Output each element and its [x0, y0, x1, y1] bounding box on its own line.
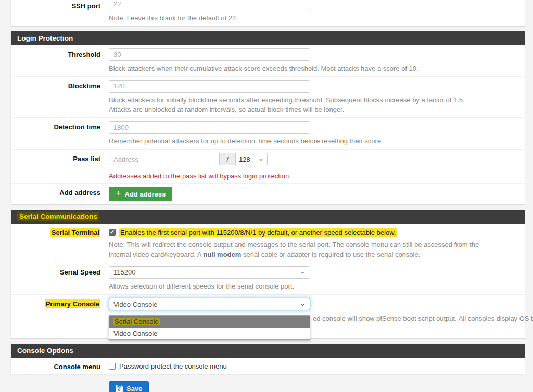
ssh-port-label: SSH port — [11, 0, 109, 23]
blocktime-label: Blocktime — [11, 80, 109, 114]
threshold-help: Block attackers when their cumulative at… — [109, 64, 502, 73]
ssh-port-field-wrap: Note: Leave this blank for the default o… — [109, 0, 525, 23]
console-menu-label: Console menu — [11, 361, 109, 371]
console-options-panel: Console Options Console menu Password pr… — [11, 344, 525, 374]
blocktime-input[interactable] — [109, 80, 310, 93]
serial-speed-select[interactable]: 115200 ⌄ — [109, 266, 310, 279]
add-address-row: Add address + Add address — [11, 184, 525, 204]
serial-communications-header: Serial Communications — [11, 210, 525, 224]
ssh-port-input[interactable] — [109, 0, 310, 10]
pass-list-address-input[interactable] — [109, 153, 220, 165]
pass-list-label: Pass list — [11, 153, 109, 180]
console-options-header: Console Options — [11, 344, 525, 358]
serial-speed-row: Serial Speed 115200 ⌄ Allows selection o… — [11, 263, 525, 295]
save-row: Save — [11, 381, 525, 392]
primary-console-select[interactable]: Video Console ⌄ — [109, 298, 310, 310]
pass-list-row: Pass list / 128 ⌄ Addresses added to the… — [11, 150, 525, 184]
primary-console-dropdown: Serial Console Video Console — [109, 315, 310, 340]
console-menu-checkbox[interactable] — [109, 363, 116, 370]
detection-time-label: Detection time — [11, 121, 109, 146]
option-video-console[interactable]: Video Console — [109, 328, 310, 339]
add-address-button-label: Add address — [125, 190, 166, 198]
pass-list-warning: Addresses added to the pass list will by… — [109, 172, 514, 180]
chevron-down-icon: ⌄ — [300, 300, 306, 307]
save-button-label: Save — [126, 385, 142, 392]
serial-communications-panel: Serial Communications Serial Terminal En… — [11, 210, 525, 338]
login-protection-header: Login Protection — [11, 31, 525, 45]
chevron-down-icon: ⌄ — [258, 155, 264, 162]
cidr-separator: / — [220, 153, 235, 165]
serial-terminal-checkbox[interactable] — [109, 229, 116, 236]
serial-terminal-row: Serial Terminal Enables the first serial… — [11, 224, 525, 263]
serial-terminal-label: Serial Terminal — [50, 228, 100, 237]
primary-console-value: Video Console — [113, 300, 157, 308]
login-protection-panel: Login Protection Threshold Block attacke… — [11, 31, 525, 205]
add-address-label: Add address — [11, 187, 109, 201]
chevron-down-icon: ⌄ — [300, 268, 306, 275]
detection-time-help: Remember potential attackers for up to d… — [109, 137, 502, 146]
pass-list-mask-value: 128 — [239, 155, 250, 163]
settings-page: SSH port Note: Leave this blank for the … — [0, 0, 533, 392]
pass-list-mask-select[interactable]: 128 ⌄ — [235, 153, 268, 165]
console-menu-row: Console menu Password protect the consol… — [11, 358, 525, 374]
serial-speed-label: Serial Speed — [11, 266, 109, 291]
blocktime-row: Blocktime Block attackers for initially … — [11, 77, 525, 118]
primary-console-help-fragment: ed console will show pfSense boot script… — [313, 315, 533, 322]
serial-terminal-note: Note: This will redirect the console out… — [109, 240, 502, 259]
ssh-port-row: SSH port Note: Leave this blank for the … — [11, 0, 525, 26]
threshold-row: Threshold Block attackers when their cum… — [11, 45, 525, 77]
serial-speed-help: Allows selection of different speeds for… — [109, 282, 502, 291]
threshold-input[interactable] — [109, 48, 310, 61]
detection-time-row: Detection time Remember potential attack… — [11, 118, 525, 150]
null-modem-bold: null modem — [203, 251, 241, 258]
ssh-port-note: Note: Leave this blank for the default o… — [109, 14, 502, 23]
threshold-label: Threshold — [11, 48, 109, 73]
serial-communications-title: Serial Communications — [17, 212, 99, 221]
save-icon — [116, 385, 123, 392]
save-button[interactable]: Save — [109, 381, 149, 392]
pass-list-input-group: / 128 ⌄ — [109, 153, 514, 165]
serial-terminal-description: Enables the first serial port with 11520… — [119, 228, 397, 237]
add-address-button[interactable]: + Add address — [109, 187, 172, 201]
primary-console-row: Primary Console Video Console ⌄ Serial C… — [11, 295, 525, 338]
console-menu-checkbox-label: Password protect the console menu — [119, 362, 227, 370]
detection-time-input[interactable] — [109, 121, 310, 134]
serial-speed-value: 115200 — [113, 268, 135, 276]
option-serial-console[interactable]: Serial Console — [109, 316, 310, 328]
blocktime-help-line1: Block attackers for initially blocktime … — [109, 96, 502, 105]
ssh-panel: SSH port Note: Leave this blank for the … — [11, 0, 525, 26]
primary-console-label: Primary Console — [45, 299, 100, 308]
blocktime-help-line2: Attacks are unblocked at random interval… — [109, 105, 502, 114]
